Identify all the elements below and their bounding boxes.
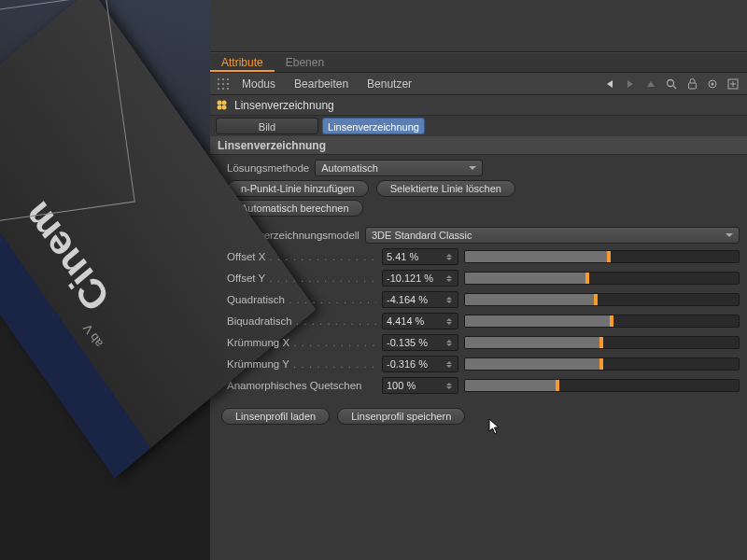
- row-solve-method: Lösungsmethode Automatisch: [218, 159, 740, 177]
- slider-offset-x[interactable]: [464, 250, 740, 263]
- input-anamorphic[interactable]: 100 %: [382, 377, 458, 394]
- spinner-icon[interactable]: [446, 250, 454, 263]
- svg-rect-11: [688, 83, 696, 89]
- target-icon[interactable]: [704, 76, 721, 92]
- svg-rect-1: [222, 78, 224, 80]
- svg-point-19: [218, 105, 222, 109]
- viewport-image: Cinem ab V: [0, 0, 210, 560]
- slider-offset-y[interactable]: [464, 272, 740, 285]
- panel-top-gap: [210, 0, 747, 52]
- attribute-menubar: Modus Bearbeiten Benutzer: [210, 73, 747, 95]
- svg-rect-7: [222, 88, 224, 90]
- row-curve-x: Krümmung X -0.135 %: [218, 333, 740, 352]
- menu-benutzer[interactable]: Benutzer: [359, 73, 419, 95]
- label-offset-x: Offset X: [218, 251, 376, 262]
- spinner-icon[interactable]: [446, 357, 454, 371]
- row-anamorphic: Anamorphisches Quetschen 100 %: [218, 376, 740, 395]
- nav-back-icon[interactable]: [601, 76, 618, 92]
- svg-rect-6: [218, 88, 219, 90]
- spinner-icon[interactable]: [446, 315, 454, 328]
- grid-icon[interactable]: [216, 77, 231, 91]
- subtab-linsenverzeichnung[interactable]: Linsenverzeichnung: [322, 118, 425, 134]
- value-offset-x: 5.41 %: [387, 251, 418, 262]
- slider-curve-x[interactable]: [464, 336, 740, 349]
- subtab-row: Bild Linsenverzeichnung: [210, 116, 747, 136]
- svg-point-9: [668, 79, 674, 86]
- row-line-buttons: n-Punkt-Linie hinzufügen Selektierte Lin…: [218, 180, 740, 197]
- viewport[interactable]: Cinem ab V: [0, 0, 210, 560]
- value-curve-x: -0.135 %: [387, 337, 428, 348]
- svg-line-10: [673, 86, 676, 89]
- svg-point-17: [218, 100, 222, 105]
- svg-rect-8: [227, 88, 229, 90]
- label-offset-y: Offset Y: [218, 273, 376, 284]
- nav-fwd-icon[interactable]: [622, 76, 639, 92]
- search-icon[interactable]: [663, 76, 680, 92]
- tab-row: Attribute Ebenen: [210, 52, 747, 73]
- label-curve-y: Krümmung Y: [218, 358, 376, 370]
- label-solve-method: Lösungsmethode: [218, 162, 309, 174]
- value-offset-y: -10.121 %: [387, 273, 433, 284]
- lens-distortion-icon: [216, 99, 229, 112]
- value-biquadratic: 4.414 %: [387, 315, 424, 327]
- slider-curve-y[interactable]: [464, 357, 740, 371]
- input-quadratic[interactable]: -4.164 %: [382, 291, 458, 308]
- attribute-panel: Attribute Ebenen Modus Bearbeiten Benutz…: [210, 0, 747, 560]
- input-biquadratic[interactable]: 4.414 %: [382, 313, 458, 329]
- svg-point-20: [222, 105, 227, 109]
- label-anamorphic: Anamorphisches Quetschen: [218, 380, 376, 391]
- input-offset-x[interactable]: 5.41 %: [382, 248, 458, 265]
- add-panel-icon[interactable]: [725, 76, 741, 92]
- btn-save-profile[interactable]: Linsenprofil speichern: [337, 408, 465, 425]
- nav-up-icon[interactable]: [642, 76, 659, 92]
- row-offset-x: Offset X 5.41 %: [218, 247, 740, 266]
- svg-point-13: [712, 82, 714, 85]
- dropdown-solve-method[interactable]: Automatisch: [315, 160, 483, 176]
- dropdown-model[interactable]: 3DE Standard Classic: [365, 227, 740, 244]
- label-curve-x: Krümmung X: [218, 337, 376, 348]
- row-curve-y: Krümmung Y -0.316 %: [218, 355, 740, 373]
- menu-modus[interactable]: Modus: [234, 73, 283, 95]
- slider-quadratic[interactable]: [464, 293, 740, 306]
- input-curve-x[interactable]: -0.135 %: [382, 334, 458, 351]
- value-curve-y: -0.316 %: [387, 358, 428, 370]
- label-quadratic: Quadratisch: [218, 294, 376, 305]
- btn-add-npoint-line[interactable]: n-Punkt-Linie hinzufügen: [227, 180, 369, 197]
- slider-anamorphic[interactable]: [464, 379, 740, 392]
- slider-biquadratic[interactable]: [464, 315, 740, 328]
- menu-bearbeiten[interactable]: Bearbeiten: [287, 73, 356, 95]
- svg-point-18: [222, 100, 227, 105]
- lock-icon[interactable]: [684, 76, 700, 92]
- object-title: Linsenverzeichnung: [234, 99, 334, 112]
- svg-rect-3: [218, 83, 219, 85]
- svg-rect-5: [227, 83, 229, 85]
- subtab-bild[interactable]: Bild: [216, 118, 318, 134]
- row-autocalc: Automatisch berechnen: [218, 200, 740, 217]
- svg-rect-0: [218, 78, 219, 80]
- dropdown-model-value: 3DE Standard Classic: [372, 230, 472, 241]
- tab-ebenen[interactable]: Ebenen: [275, 53, 335, 72]
- spinner-icon[interactable]: [446, 379, 454, 392]
- spinner-icon[interactable]: [446, 293, 454, 306]
- group-header: Linsenverzeichnung: [210, 136, 747, 155]
- btn-load-profile[interactable]: Linsenprofil laden: [221, 408, 330, 425]
- spinner-icon[interactable]: [446, 336, 454, 349]
- spinner-icon[interactable]: [446, 272, 454, 285]
- value-anamorphic: 100 %: [387, 380, 416, 391]
- row-model: Linsenverzeichnungsmodell 3DE Standard C…: [218, 226, 740, 245]
- input-offset-y[interactable]: -10.121 %: [382, 270, 458, 287]
- svg-rect-2: [227, 78, 229, 80]
- tab-attribute[interactable]: Attribute: [210, 53, 275, 72]
- value-quadratic: -4.164 %: [387, 294, 428, 305]
- object-header: Linsenverzeichnung: [210, 95, 747, 116]
- property-list: Lösungsmethode Automatisch n-Punkt-Linie…: [210, 155, 747, 432]
- row-profile-buttons: Linsenprofil laden Linsenprofil speicher…: [218, 408, 740, 425]
- svg-rect-4: [222, 83, 224, 85]
- dropdown-solve-method-value: Automatisch: [321, 162, 378, 174]
- label-biquadratic: Biquadratisch: [218, 315, 376, 327]
- input-curve-y[interactable]: -0.316 %: [382, 356, 458, 372]
- btn-delete-selected-line[interactable]: Selektierte Linie löschen: [376, 180, 515, 197]
